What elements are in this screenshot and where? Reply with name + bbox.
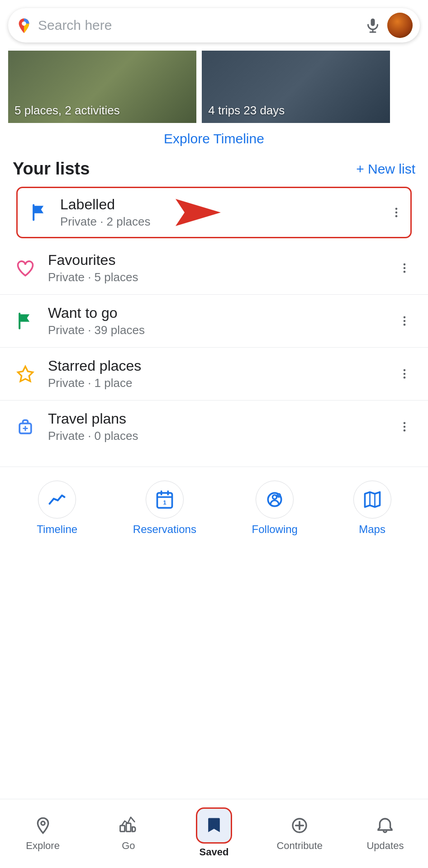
starred-places-more-button[interactable] (394, 363, 415, 385)
svg-point-15 (404, 369, 406, 372)
svg-point-13 (404, 324, 406, 326)
svg-point-6 (395, 212, 398, 214)
svg-rect-36 (120, 826, 124, 831)
svg-point-17 (404, 377, 406, 379)
quick-action-timeline-label: Timeline (37, 523, 77, 536)
svg-point-0 (22, 21, 26, 26)
new-list-button[interactable]: + New list (356, 161, 415, 177)
nav-item-explore[interactable]: Explore (0, 814, 86, 852)
favourites-list-meta: Private · 5 places (48, 270, 394, 284)
following-circle-icon (256, 481, 294, 519)
travel-plans-list-info: Travel plans Private · 0 places (48, 410, 394, 443)
svg-point-9 (404, 267, 406, 269)
svg-point-12 (404, 320, 406, 322)
timeline-card-2-label: 4 trips 23 days (208, 104, 285, 118)
want-to-go-list-name: Want to go (48, 305, 394, 321)
quick-action-reservations[interactable]: 1 Reservations (133, 481, 196, 536)
timeline-card-2[interactable]: 4 trips 23 days (202, 51, 390, 123)
explore-pin-icon (31, 814, 55, 837)
svg-point-10 (404, 271, 406, 273)
travel-plans-suitcase-icon (13, 414, 38, 439)
travel-plans-list-meta: Private · 0 places (48, 429, 394, 443)
want-to-go-list-item[interactable]: Want to go Private · 39 places (0, 294, 428, 347)
quick-action-timeline[interactable]: Timeline (37, 481, 77, 536)
search-input[interactable]: Search here (38, 18, 358, 33)
quick-action-following[interactable]: Following (252, 481, 298, 536)
favourites-list-item[interactable]: Favourites Private · 5 places (0, 242, 428, 294)
quick-actions-row: Timeline 1 Reservations Following (0, 467, 428, 545)
quick-action-following-label: Following (252, 523, 298, 536)
starred-places-star-icon (13, 361, 38, 387)
nav-item-saved[interactable]: Saved (171, 807, 257, 858)
svg-point-7 (395, 215, 398, 217)
svg-point-23 (404, 429, 406, 432)
want-to-go-more-button[interactable] (394, 310, 415, 332)
labelled-more-button[interactable] (385, 202, 407, 223)
want-to-go-list-meta: Private · 39 places (48, 323, 394, 337)
contribute-plus-icon (288, 814, 311, 837)
starred-places-list-info: Starred places Private · 1 place (48, 358, 394, 390)
favourites-heart-icon (13, 255, 38, 281)
labelled-list-item-container: Labelled Private · 2 places (8, 187, 420, 238)
svg-marker-14 (18, 367, 33, 382)
svg-point-11 (404, 316, 406, 319)
quick-action-maps-label: Maps (359, 523, 385, 536)
svg-marker-32 (365, 492, 380, 507)
svg-point-35 (41, 821, 44, 825)
timeline-cards-row: 5 places, 2 activities 4 trips 23 days (0, 51, 428, 123)
travel-plans-list-item[interactable]: Travel plans Private · 0 places (0, 400, 428, 453)
saved-bookmark-icon (196, 807, 232, 844)
maps-logo-icon (15, 17, 33, 34)
nav-go-label: Go (122, 840, 135, 852)
favourites-list-name: Favourites (48, 252, 394, 269)
svg-point-16 (404, 373, 406, 375)
timeline-card-1[interactable]: 5 places, 2 activities (8, 51, 196, 123)
timeline-circle-icon (38, 481, 76, 519)
nav-updates-label: Updates (366, 840, 404, 852)
starred-places-list-meta: Private · 1 place (48, 376, 394, 390)
favourites-list-info: Favourites Private · 5 places (48, 252, 394, 284)
svg-rect-37 (126, 823, 131, 831)
explore-timeline-link[interactable]: Explore Timeline (0, 131, 428, 146)
svg-marker-4 (176, 199, 221, 226)
your-lists-title: Your lists (13, 159, 90, 179)
want-to-go-list-info: Want to go Private · 39 places (48, 305, 394, 337)
bottom-nav: Explore Go Saved (0, 799, 428, 868)
nav-item-updates[interactable]: Updates (342, 814, 428, 852)
nav-item-go[interactable]: Go (86, 814, 171, 852)
lists-container: Favourites Private · 5 places Want to go… (0, 242, 428, 458)
nav-item-contribute[interactable]: Contribute (257, 814, 342, 852)
labelled-list-meta: Private · 2 places (60, 215, 401, 229)
quick-action-reservations-label: Reservations (133, 523, 196, 536)
reservations-circle-icon: 1 (146, 481, 184, 519)
svg-point-30 (273, 495, 277, 499)
starred-places-list-name: Starred places (48, 358, 394, 374)
search-bar[interactable]: Search here (8, 8, 420, 42)
timeline-card-1-label: 5 places, 2 activities (14, 104, 120, 118)
quick-action-maps[interactable]: Maps (353, 481, 391, 536)
svg-point-22 (404, 426, 406, 428)
want-to-go-flag-icon (13, 308, 38, 334)
svg-point-21 (404, 422, 406, 425)
avatar[interactable] (387, 13, 413, 38)
starred-places-list-item[interactable]: Starred places Private · 1 place (0, 347, 428, 400)
travel-plans-more-button[interactable] (394, 416, 415, 438)
labelled-flag-icon (27, 200, 52, 225)
labelled-list-name: Labelled (60, 196, 401, 213)
travel-plans-list-name: Travel plans (48, 410, 394, 427)
mic-icon[interactable] (364, 16, 382, 34)
svg-point-5 (395, 208, 398, 210)
updates-bell-icon (373, 814, 397, 837)
nav-saved-label: Saved (200, 846, 229, 858)
go-icon (117, 814, 140, 837)
your-lists-header: Your lists + New list (0, 151, 428, 183)
maps-circle-icon (353, 481, 391, 519)
svg-point-8 (404, 264, 406, 266)
favourites-more-button[interactable] (394, 257, 415, 279)
svg-rect-1 (371, 19, 375, 26)
nav-explore-label: Explore (26, 840, 60, 852)
red-arrow-indicator (148, 199, 221, 226)
labelled-list-info: Labelled Private · 2 places (60, 196, 401, 229)
nav-contribute-label: Contribute (276, 840, 323, 852)
svg-text:1: 1 (163, 499, 166, 506)
